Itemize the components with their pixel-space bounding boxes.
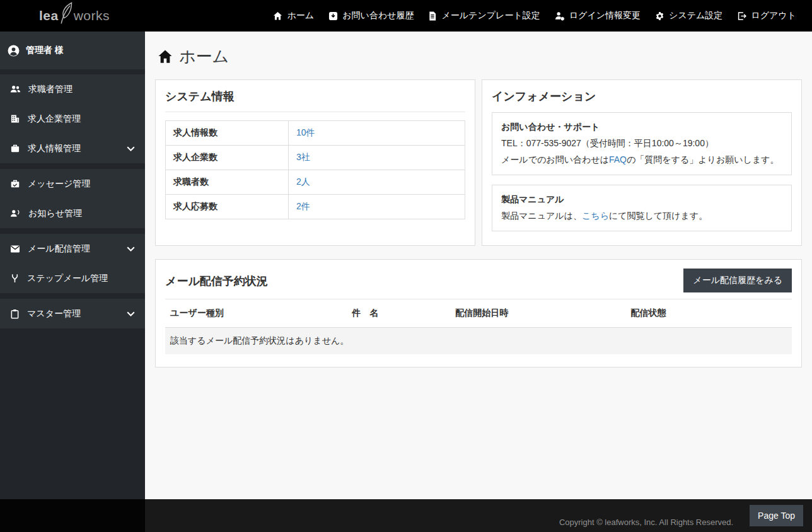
topnav-home[interactable]: ホーム bbox=[273, 10, 314, 21]
sidebar-item-job-listings[interactable]: 求人情報管理 bbox=[0, 134, 145, 163]
topnav-mail-template-settings-label: メールテンプレート設定 bbox=[441, 10, 540, 21]
copyright-text: Copyright © leafworks, Inc. All Rights R… bbox=[559, 518, 733, 527]
table-row: 求人企業数 3社 bbox=[166, 146, 465, 170]
sidebar-item-notices[interactable]: お知らせ管理 bbox=[0, 199, 145, 228]
topnav-system-settings[interactable]: システム設定 bbox=[655, 10, 722, 21]
inbox-arrow-icon bbox=[328, 11, 338, 21]
topnav-inquiry-history-label: お問い合わせ履歴 bbox=[342, 10, 414, 21]
sidebar-item-label: ステップメール管理 bbox=[27, 273, 108, 284]
information-title: インフォメーション bbox=[492, 89, 792, 104]
user-gear-icon bbox=[555, 11, 565, 21]
stat-label: 求職者数 bbox=[166, 170, 289, 195]
bag-check-icon bbox=[10, 179, 20, 188]
user-circle-icon bbox=[8, 45, 20, 57]
topnav-mail-template-settings[interactable]: メールテンプレート設定 bbox=[428, 10, 540, 21]
empty-state-message: 該当するメール配信予約状況はありません。 bbox=[165, 328, 792, 355]
chevron-down-icon bbox=[127, 246, 135, 252]
column-subject: 件 名 bbox=[347, 299, 450, 328]
top-navigation: ホーム お問い合わせ履歴 メールテンプレート設定 ログイン情報変更 システム設定… bbox=[258, 10, 796, 21]
topnav-login-info-label: ログイン情報変更 bbox=[569, 10, 641, 21]
sidebar-item-messages[interactable]: メッセージ管理 bbox=[0, 169, 145, 199]
information-panel: インフォメーション お問い合わせ・サポート TEL：077-535-9027（受… bbox=[482, 79, 802, 246]
sidebar-item-label: 求人企業管理 bbox=[28, 113, 81, 125]
empty-state-row: 該当するメール配信予約状況はありません。 bbox=[165, 328, 792, 355]
stat-value-link[interactable]: 10件 bbox=[296, 127, 315, 137]
sidebar-item-label: お知らせ管理 bbox=[28, 208, 82, 219]
stat-value-link[interactable]: 2件 bbox=[296, 201, 310, 211]
topnav-system-settings-label: システム設定 bbox=[669, 10, 722, 21]
topnav-logout[interactable]: ログアウト bbox=[737, 10, 796, 21]
footer-sidebar-spacer bbox=[0, 499, 145, 532]
envelope-icon bbox=[10, 245, 20, 253]
system-info-title: システム情報 bbox=[165, 89, 465, 112]
sidebar-user: 管理者 様 bbox=[0, 32, 145, 69]
manual-box-title: 製品マニュアル bbox=[501, 191, 782, 207]
sidebar: 管理者 様 求職者管理 求人企業管理 求人情報管理 メッセージ管理 bbox=[0, 32, 145, 499]
page-title-text: ホーム bbox=[179, 45, 229, 67]
sidebar-group-mail: メール配信管理 ステップメール管理 bbox=[0, 234, 145, 293]
users-icon bbox=[10, 84, 21, 94]
faq-link[interactable]: FAQ bbox=[609, 154, 627, 165]
footer-bar: Copyright © leafworks, Inc. All Rights R… bbox=[145, 499, 812, 532]
clipboard-icon bbox=[10, 309, 20, 319]
sidebar-user-label: 管理者 様 bbox=[26, 45, 64, 56]
table-row: 求職者数 2人 bbox=[166, 170, 465, 195]
table-row: 求人情報数 10件 bbox=[166, 121, 465, 146]
column-user-type: ユーザー種別 bbox=[165, 299, 347, 328]
building-icon bbox=[10, 114, 20, 124]
system-info-panel: システム情報 求人情報数 10件 求人企業数 3社 求職者数 2人 bbox=[155, 79, 475, 246]
page-top-button[interactable]: Page Top bbox=[750, 505, 803, 526]
sidebar-item-label: 求職者管理 bbox=[28, 84, 72, 95]
sidebar-group-communication: メッセージ管理 お知らせ管理 bbox=[0, 169, 145, 228]
home-icon bbox=[158, 49, 173, 64]
brand-logo[interactable]: lea works bbox=[39, 1, 110, 30]
sidebar-item-mail-delivery[interactable]: メール配信管理 bbox=[0, 234, 145, 263]
topbar: lea works ホーム お問い合わせ履歴 メールテンプレート設定 ログイン情… bbox=[0, 0, 812, 32]
manual-line: 製品マニュアルは、こちらにて閲覧して頂けます。 bbox=[501, 207, 782, 224]
mail-schedule-table: ユーザー種別 件 名 配信開始日時 配信状態 該当するメール配信予約状況はありま… bbox=[165, 299, 792, 354]
manual-link[interactable]: こちら bbox=[582, 211, 609, 221]
brand-logo-lea: lea bbox=[39, 8, 59, 23]
sidebar-group-master: マスター管理 bbox=[0, 299, 145, 328]
stat-value-link[interactable]: 2人 bbox=[296, 176, 310, 187]
sidebar-item-master[interactable]: マスター管理 bbox=[0, 299, 145, 328]
sidebar-item-companies[interactable]: 求人企業管理 bbox=[0, 104, 145, 134]
stat-label: 求人情報数 bbox=[166, 121, 289, 146]
support-mail-line: メールでのお問い合わせはFAQの「質問をする」よりお願いします。 bbox=[501, 151, 782, 168]
column-status: 配信状態 bbox=[626, 299, 792, 328]
table-header-row: ユーザー種別 件 名 配信開始日時 配信状態 bbox=[165, 299, 792, 328]
manual-box: 製品マニュアル 製品マニュアルは、こちらにて閲覧して頂けます。 bbox=[492, 185, 792, 231]
topnav-login-info[interactable]: ログイン情報変更 bbox=[555, 10, 641, 21]
sidebar-item-step-mail[interactable]: ステップメール管理 bbox=[0, 263, 145, 293]
footer: Copyright © leafworks, Inc. All Rights R… bbox=[0, 499, 812, 532]
sidebar-group-recruit: 求職者管理 求人企業管理 求人情報管理 bbox=[0, 74, 145, 163]
main-content: ホーム システム情報 求人情報数 10件 求人企業数 3社 求職者数 bbox=[145, 32, 812, 499]
page-title: ホーム bbox=[158, 45, 802, 67]
branch-icon bbox=[10, 274, 20, 283]
home-icon bbox=[273, 11, 282, 21]
sidebar-item-label: マスター管理 bbox=[27, 308, 81, 320]
stat-value-link[interactable]: 3社 bbox=[296, 152, 310, 162]
file-text-icon bbox=[428, 11, 437, 21]
mail-schedule-title: メール配信予約状況 bbox=[165, 274, 268, 289]
support-box: お問い合わせ・サポート TEL：077-535-9027（受付時間：平日10:0… bbox=[492, 112, 792, 175]
column-start-datetime: 配信開始日時 bbox=[450, 299, 625, 328]
topnav-logout-label: ログアウト bbox=[751, 10, 796, 21]
leaf-logo-icon bbox=[58, 1, 76, 28]
support-tel-line: TEL：077-535-9027（受付時間：平日10:00～19:00） bbox=[501, 135, 782, 151]
stat-label: 求人応募数 bbox=[166, 195, 289, 219]
brand-logo-works: works bbox=[74, 8, 110, 23]
sidebar-item-label: メール配信管理 bbox=[28, 243, 90, 255]
logout-icon bbox=[737, 11, 746, 21]
topnav-inquiry-history[interactable]: お問い合わせ履歴 bbox=[328, 10, 414, 21]
system-info-table: 求人情報数 10件 求人企業数 3社 求職者数 2人 求人応募数 2件 bbox=[165, 120, 465, 219]
gear-icon bbox=[655, 11, 664, 21]
table-row: 求人応募数 2件 bbox=[166, 195, 465, 219]
briefcase-icon bbox=[10, 144, 20, 153]
sidebar-item-label: 求人情報管理 bbox=[28, 143, 81, 154]
view-mail-history-button[interactable]: メール配信履歴をみる bbox=[683, 269, 792, 292]
sidebar-item-jobseekers[interactable]: 求職者管理 bbox=[0, 74, 145, 104]
chevron-down-icon bbox=[127, 311, 135, 316]
sidebar-item-label: メッセージ管理 bbox=[28, 178, 90, 190]
mail-schedule-panel: メール配信予約状況 メール配信履歴をみる ユーザー種別 件 名 配信開始日時 配… bbox=[155, 259, 802, 367]
